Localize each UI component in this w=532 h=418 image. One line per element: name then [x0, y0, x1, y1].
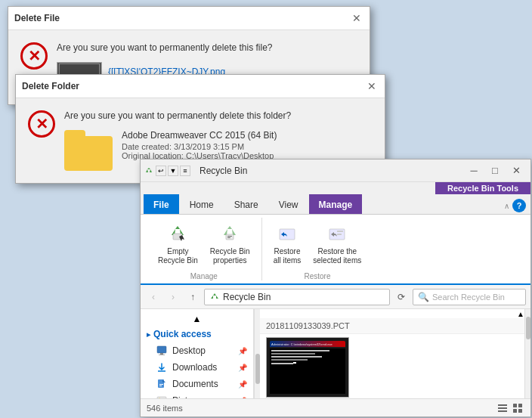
ribbon-restore-label: Restore — [304, 272, 330, 280]
explorer-minimize-button[interactable]: ─ — [464, 163, 484, 178]
recycle-bin-properties-button[interactable]: Recycle Binproperties — [205, 218, 255, 269]
file-date-header: 20181109133039.PCT — [260, 318, 530, 334]
sidebar-desktop-label: Desktop — [172, 345, 206, 356]
svg-rect-17 — [498, 404, 507, 406]
svg-rect-23 — [518, 409, 522, 413]
desktop-icon — [156, 345, 168, 357]
ribbon-manage-label: Manage — [190, 272, 218, 280]
restore-all-button[interactable]: Restoreall items — [268, 218, 307, 269]
explorer-statusbar: 546 items — [141, 398, 530, 416]
sidebar-item-documents[interactable]: Documents 📌 — [141, 376, 253, 392]
ribbon-manage-buttons: EmptyRecycle Bin — [153, 218, 255, 269]
delete-folder-close-button[interactable]: ✕ — [365, 79, 379, 93]
empty-recycle-bin-button[interactable]: EmptyRecycle Bin — [153, 218, 203, 269]
status-item-count: 546 items — [147, 404, 490, 413]
folder-app-name: Adobe Dreamweaver CC 2015 (64 Bit) — [122, 130, 277, 141]
svg-rect-22 — [513, 409, 517, 413]
mini-toolbar-btn3[interactable]: ≡ — [180, 166, 190, 176]
thumbnail-line-4 — [271, 359, 308, 361]
tab-file[interactable]: File — [144, 194, 179, 214]
ribbon-group-manage: EmptyRecycle Bin — [147, 218, 262, 280]
file-area-scrollbar-track[interactable] — [524, 309, 530, 398]
thumbnail-cursor — [293, 362, 296, 364]
documents-icon — [156, 378, 168, 390]
view-large-icons-button[interactable] — [511, 401, 524, 415]
sidebar-downloads-label: Downloads — [172, 362, 217, 373]
restore-all-icon — [275, 221, 299, 246]
svg-rect-10 — [159, 355, 165, 355]
svg-rect-21 — [518, 404, 522, 407]
delete-folder-error-icon: ✕ — [28, 110, 55, 138]
sidebar-quick-access[interactable]: ▸ Quick access — [141, 326, 253, 342]
explorer-title: Recycle Bin — [200, 166, 464, 176]
explorer-close-button[interactable]: ✕ — [506, 163, 526, 178]
svg-rect-19 — [498, 410, 507, 412]
sidebar-item-pictures[interactable]: Pictures 📌 — [141, 392, 253, 398]
delete-file-close-button[interactable]: ✕ — [350, 11, 363, 25]
tab-share[interactable]: Share — [224, 194, 268, 214]
pictures-icon — [156, 395, 168, 398]
thumbnail-titlebar: Administrator: C:\windows\system32\cmd.e… — [270, 341, 345, 347]
up-button[interactable]: ↑ — [184, 289, 201, 305]
file-area-scroll-up[interactable]: ▲ — [260, 309, 530, 318]
restore-selected-button[interactable]: Restore theselected items — [308, 218, 367, 269]
svg-rect-7 — [337, 234, 342, 235]
explorer-maximize-button[interactable]: □ — [485, 163, 505, 178]
tab-view[interactable]: View — [269, 194, 308, 214]
delete-folder-title: Delete Folder — [22, 81, 79, 91]
folder-date-created: Date created: 3/13/2019 3:15 PM — [122, 142, 277, 151]
file-area: ▲ 20181109133039.PCT Administrator: C:\w… — [260, 309, 530, 398]
ribbon: Recycle Bin Tools File Home Share View M… — [141, 182, 530, 285]
thumbnail-inner: Administrator: C:\windows\system32\cmd.e… — [267, 338, 348, 397]
file-item[interactable]: Administrator: C:\windows\system32\cmd.e… — [260, 334, 530, 398]
thumbnail-line-5 — [271, 363, 293, 364]
folder-icon — [64, 130, 113, 171]
empty-bin-label: EmptyRecycle Bin — [158, 247, 198, 265]
explorer-main: ▲ ▸ Quick access Desktop 📌 — [141, 309, 530, 398]
thumbnail-cursor-line — [271, 362, 344, 365]
mini-toolbar-btn1[interactable]: ↩ — [156, 166, 166, 176]
thumbnail-line-3 — [271, 356, 322, 358]
svg-rect-15 — [157, 397, 166, 398]
quick-access-chevron: ▸ — [147, 330, 150, 339]
view-details-button[interactable] — [496, 401, 509, 415]
thumbnail-line-2 — [271, 353, 315, 355]
tab-home[interactable]: Home — [180, 194, 224, 214]
forward-button[interactable]: › — [165, 289, 181, 305]
ribbon-group-restore: Restoreall items Restore thesel — [262, 218, 373, 280]
svg-rect-3 — [227, 237, 230, 238]
sidebar-item-desktop[interactable]: Desktop 📌 — [141, 342, 253, 359]
thumbnail-content — [270, 348, 345, 394]
explorer-recycle-icon — [145, 167, 153, 175]
delete-file-title: Delete File — [14, 13, 60, 23]
sidebar-item-downloads[interactable]: Downloads 📌 — [141, 359, 253, 376]
quick-access-label: Quick access — [153, 329, 212, 339]
ribbon-context-bar: Recycle Bin Tools — [141, 182, 530, 194]
explorer-window-controls: ─ □ ✕ — [464, 163, 526, 178]
delete-file-titlebar: Delete File ✕ — [8, 7, 370, 30]
tab-manage[interactable]: Manage — [309, 194, 363, 214]
svg-rect-8 — [157, 346, 166, 353]
ribbon-help-button[interactable]: ? — [512, 199, 526, 212]
restore-sel-label: Restore theselected items — [313, 247, 361, 265]
ribbon-collapse-icon[interactable]: ∧ — [504, 202, 509, 210]
sidebar: ▲ ▸ Quick access Desktop 📌 — [141, 309, 254, 398]
explorer-toolbar: ‹ › ↑ Recycle Bin ⟳ 🔍 Search Recycle Bin — [141, 285, 530, 309]
search-box[interactable]: 🔍 Search Recycle Bin — [413, 289, 526, 305]
svg-rect-6 — [337, 231, 343, 232]
empty-bin-icon — [165, 221, 190, 246]
back-button[interactable]: ‹ — [145, 289, 162, 305]
sidebar-scroll-up[interactable]: ▲ — [141, 312, 253, 326]
thumbnail-line-1 — [271, 350, 329, 351]
refresh-button[interactable]: ⟳ — [393, 289, 410, 305]
svg-rect-1 — [226, 234, 234, 240]
sidebar-outer: ▲ ▸ Quick access Desktop 📌 — [141, 309, 260, 398]
mini-toolbar-btn2[interactable]: ▼ — [168, 166, 178, 176]
address-text: Recycle Bin — [223, 292, 271, 302]
file-thumbnail: Administrator: C:\windows\system32\cmd.e… — [266, 337, 349, 398]
address-bar[interactable]: Recycle Bin — [204, 289, 390, 305]
sidebar-documents-label: Documents — [172, 379, 218, 389]
ribbon-content: EmptyRecycle Bin — [141, 214, 530, 285]
sidebar-scrollbar-track[interactable] — [254, 309, 260, 398]
file-area-scrollbar-thumb[interactable] — [526, 317, 530, 339]
